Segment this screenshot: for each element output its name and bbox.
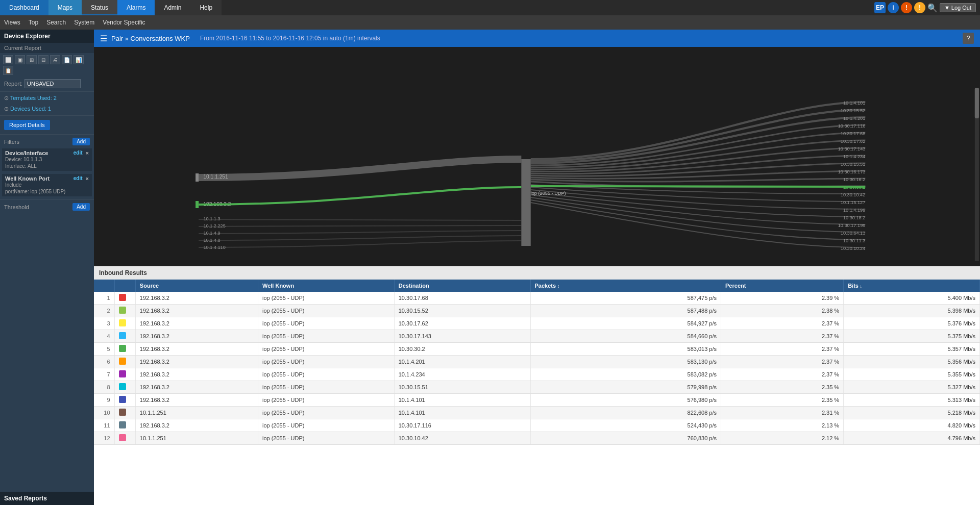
tool-2[interactable]: ▣ [15,55,25,64]
interface-detail: Interface: ALL [5,163,89,169]
tool-1[interactable]: ⬜ [3,55,13,64]
row-bits: 4.796 Mb/s [844,432,980,445]
help-button[interactable]: ? [963,33,974,44]
col-header-bits[interactable]: Bits [844,280,980,292]
row-bits: 4.820 Mb/s [844,419,980,432]
row-source: 192.168.3.2 [135,317,258,330]
row-percent: 2.35 % [721,394,844,407]
device-interface-close-icon[interactable]: × [86,150,89,156]
row-packets: 524,430 p/s [530,419,721,432]
svg-text:10.1.4.199: 10.1.4.199 [843,208,865,213]
table-row[interactable]: 5 192.168.3.2 iop (2055 - UDP) 10.30.30.… [94,343,980,356]
row-percent: 2.39 % [721,292,844,305]
logout-button[interactable]: ▼ Log Out [940,3,976,12]
filters-header: Filters Add [0,136,94,147]
col-header-num [94,280,114,292]
row-percent: 2.31 % [721,407,844,419]
table-row[interactable]: 12 10.1.1.251 iop (2055 - UDP) 10.30.10.… [94,432,980,445]
tool-3[interactable]: ⊞ [27,55,37,64]
row-destination: 10.1.4.234 [394,368,530,381]
sidebar: Device Explorer Current Report ⬜ ▣ ⊞ ⊟ 🖨… [0,30,94,505]
saved-reports-header[interactable]: Saved Reports [0,492,94,505]
well-known-port-edit-link[interactable]: edit [74,175,83,182]
device-interface-edit-link[interactable]: edit [74,150,83,156]
row-source: 192.168.3.2 [135,330,258,343]
row-source: 10.1.1.251 [135,432,258,445]
row-percent: 2.37 % [721,356,844,368]
table-row[interactable]: 11 192.168.3.2 iop (2055 - UDP) 10.30.17… [94,419,980,432]
table-row[interactable]: 4 192.168.3.2 iop (2055 - UDP) 10.30.17.… [94,330,980,343]
row-num: 4 [94,330,114,343]
table-row[interactable]: 9 192.168.3.2 iop (2055 - UDP) 10.1.4.10… [94,394,980,407]
nav-top[interactable]: Top [29,19,38,26]
table-row[interactable]: 7 192.168.3.2 iop (2055 - UDP) 10.1.4.23… [94,368,980,381]
current-report-subheader: Current Report [0,43,94,53]
svg-text:10.1.15.127: 10.1.15.127 [841,200,865,205]
row-destination: 10.1.4.201 [394,356,530,368]
row-well-known: iop (2055 - UDP) [258,343,394,356]
warning-icon[interactable]: ! [901,2,912,13]
row-color [114,419,135,432]
row-destination: 10.30.17.68 [394,292,530,305]
tab-maps[interactable]: Maps [48,0,82,15]
filter-device-interface-label: Device/Interface [5,150,48,156]
tool-8[interactable]: 📋 [3,66,13,75]
report-details-button[interactable]: Report Details [4,120,50,130]
toolbar: ⬜ ▣ ⊞ ⊟ 🖨 📄 📊 📋 [0,53,94,77]
templates-used[interactable]: ⊙ Templates Used: 2 [0,93,94,104]
tab-dashboard[interactable]: Dashboard [0,0,48,15]
row-num: 1 [94,292,114,305]
row-well-known: iop (2055 - UDP) [258,419,394,432]
row-destination: 10.1.4.101 [394,394,530,407]
row-source: 192.168.3.2 [135,368,258,381]
port-name-detail: portName: iop (2055 UDP) [5,188,89,195]
nav-search[interactable]: Search [46,19,66,26]
tool-5[interactable]: 🖨 [50,55,60,64]
col-header-packets[interactable]: Packets [530,280,721,292]
tab-help[interactable]: Help [190,0,222,15]
results-area: Inbound Results Source Well Known Destin… [94,266,980,505]
row-packets: 579,998 p/s [530,381,721,394]
menu-icon[interactable]: ☰ [100,34,107,43]
table-row[interactable]: 2 192.168.3.2 iop (2055 - UDP) 10.30.15.… [94,305,980,317]
report-input[interactable] [24,79,81,88]
table-row[interactable]: 6 192.168.3.2 iop (2055 - UDP) 10.1.4.20… [94,356,980,368]
row-bits: 5.357 Mb/s [844,343,980,356]
alert-icon[interactable]: ! [914,2,925,13]
tab-status[interactable]: Status [82,0,117,15]
svg-text:10.30.10.42: 10.30.10.42 [841,192,865,197]
tool-4[interactable]: ⊟ [38,55,48,64]
table-row[interactable]: 1 192.168.3.2 iop (2055 - UDP) 10.30.17.… [94,292,980,305]
row-well-known: iop (2055 - UDP) [258,330,394,343]
nav-views[interactable]: Views [4,19,20,26]
table-row[interactable]: 3 192.168.3.2 iop (2055 - UDP) 10.30.17.… [94,317,980,330]
tool-6[interactable]: 📄 [62,55,72,64]
tab-admin[interactable]: Admin [155,0,190,15]
filters-label: Filters [4,139,19,145]
table-row[interactable]: 10 10.1.1.251 iop (2055 - UDP) 10.1.4.10… [94,407,980,419]
well-known-port-close-icon[interactable]: × [86,175,89,182]
row-destination: 10.30.15.52 [394,305,530,317]
nav-system[interactable]: System [74,19,94,26]
add-threshold-button[interactable]: Add [72,203,90,211]
add-filter-button[interactable]: Add [72,138,90,145]
search-icon[interactable]: 🔍 [927,3,938,13]
row-source: 192.168.3.2 [135,356,258,368]
tab-alarms[interactable]: Alarms [117,0,155,15]
row-color [114,343,135,356]
row-percent: 2.37 % [721,368,844,381]
table-row[interactable]: 8 192.168.3.2 iop (2055 - UDP) 10.30.15.… [94,381,980,394]
row-packets: 583,082 p/s [530,368,721,381]
svg-rect-2 [195,173,199,182]
svg-rect-33 [975,88,979,118]
tool-7[interactable]: 📊 [74,55,84,64]
row-num: 3 [94,317,114,330]
col-header-percent[interactable]: Percent [721,280,844,292]
devices-used[interactable]: ⊙ Devices Used: 1 [0,104,94,114]
row-num: 9 [94,394,114,407]
row-num: 8 [94,381,114,394]
row-num: 10 [94,407,114,419]
ep-icon[interactable]: EP [874,2,886,13]
info-icon[interactable]: i [888,2,899,13]
nav-vendor-specific[interactable]: Vendor Specific [103,19,145,26]
